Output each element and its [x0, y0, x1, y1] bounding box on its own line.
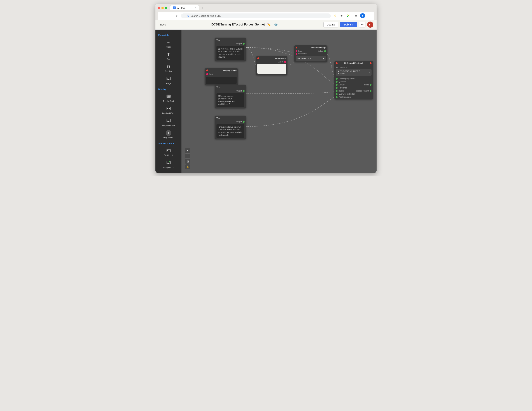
ai-feedback-right-port[interactable]	[370, 62, 371, 64]
process-type-label: Process Type:	[334, 65, 373, 69]
minimize-button[interactable]	[161, 7, 164, 9]
display-image-input-row: Input	[205, 73, 238, 76]
user-avatar[interactable]: TT	[367, 21, 373, 28]
main-content: Essentials → Start T Text T	[155, 30, 377, 173]
text-node-3-content[interactable]: For this question, a maximum of 2 marks …	[217, 124, 244, 138]
extensions-icon[interactable]: ⚡	[332, 13, 338, 18]
sidebar-item-display-text-label: Display Text	[163, 100, 174, 102]
ai-answer-label: Answer	[339, 84, 344, 86]
zoom-in-button[interactable]: +	[185, 148, 190, 153]
ai-feedback-left-port[interactable]	[336, 62, 338, 64]
close-button[interactable]	[158, 7, 160, 9]
bookmark-icon[interactable]: ★	[339, 13, 344, 18]
tab-favicon: A	[173, 7, 176, 9]
sidebar-item-text-input[interactable]: Text input	[157, 146, 180, 158]
svg-point-11	[167, 120, 168, 121]
edit-title-button[interactable]: ✏️	[266, 22, 272, 27]
back-button[interactable]: ‹ Back	[159, 23, 166, 26]
sidebar-item-start[interactable]: → Start	[157, 38, 180, 49]
sidebar-item-display-text[interactable]: Display Text	[157, 92, 180, 104]
canvas-area[interactable]: Text Output $$From 0625 Physics Syllabus…	[181, 30, 377, 173]
sidebar-item-image-input[interactable]: Image input	[157, 158, 180, 170]
whiteboard-left-port[interactable]	[257, 57, 259, 59]
text-icon: T	[166, 51, 171, 57]
text-node-1-content[interactable]: $$From 0625 Physics Syllabus 1.5.2, poin…	[217, 46, 244, 60]
sidebar-item-image[interactable]: Image	[157, 75, 180, 86]
ai-feedback-output-port[interactable]	[370, 90, 371, 92]
ai-feedback-dropdown[interactable]: ANTHROPIC: CLAUDE 3 SONNET ▾	[336, 69, 371, 76]
svg-text:T: T	[167, 65, 169, 68]
ai-overwrite-port[interactable]	[336, 93, 338, 95]
text-node-2-content[interactable]: $$Solution moment $=\mathbf{Fe}=10 \math…	[217, 93, 244, 107]
ai-add-port[interactable]	[336, 96, 338, 98]
describe-image-node[interactable]: Describe Image Input Output	[294, 45, 327, 62]
more-options-button[interactable]: •••	[359, 22, 365, 28]
menu-icon[interactable]: ⋮	[367, 13, 371, 18]
zoom-fit-button[interactable]: ⊡	[185, 159, 190, 164]
ai-reference-port[interactable]	[336, 87, 338, 89]
text-node-1-output: Output	[215, 42, 246, 45]
tab-close-button[interactable]: ✕	[195, 7, 197, 9]
ai-rubric-port[interactable]	[336, 90, 338, 92]
display-image-title: Display Image	[223, 69, 237, 71]
maximize-button[interactable]	[165, 7, 167, 9]
describe-image-dropdown-arrow: ▾	[323, 57, 324, 60]
text-node-1[interactable]: Text Output $$From 0625 Physics Syllabus…	[215, 38, 246, 61]
sidebar-item-image-input-label: Image input	[163, 166, 174, 169]
reload-button[interactable]: ↻	[174, 13, 179, 18]
zoom-out-button[interactable]: −	[185, 153, 190, 158]
forward-nav-button[interactable]: →	[167, 13, 172, 18]
essentials-section-label: Essentials	[155, 32, 181, 37]
ai-feedback-node[interactable]: AI General Feedback Process Type: ANTHRO…	[334, 61, 373, 99]
text-node-3-body: For this question, a maximum of 2 marks …	[215, 123, 246, 139]
sidebar-item-text-input-label: Text input	[164, 154, 173, 156]
publish-button[interactable]: Publish	[340, 22, 357, 27]
ai-learning-objectives-port[interactable]	[336, 78, 338, 80]
display-image-node[interactable]: Display Image Input	[205, 68, 238, 85]
ai-question-port[interactable]	[336, 81, 338, 83]
ai-reference-label: Reference	[339, 87, 347, 89]
page-title: IGCSE Turning Effect of Forces_Sonnet	[211, 23, 265, 26]
describe-image-title: Describe Image	[311, 47, 326, 49]
sidebar-item-play-sound[interactable]: Play Sound	[157, 129, 180, 140]
describe-image-left-port[interactable]	[296, 47, 297, 48]
text-node-1-output-port[interactable]	[243, 43, 245, 45]
sidebar-item-text-join-label: Text Join	[165, 70, 172, 72]
ai-answer-port[interactable]	[336, 84, 338, 86]
new-tab-button[interactable]: +	[200, 5, 205, 10]
back-nav-button[interactable]: ←	[161, 13, 165, 18]
puzzle-icon[interactable]: 🧩	[345, 13, 351, 18]
describe-image-input-port[interactable]	[296, 50, 297, 52]
describe-image-output-port[interactable]	[324, 50, 326, 52]
display-image-input-port[interactable]	[206, 73, 208, 75]
whiteboard-node[interactable]: Whiteboard Output	[256, 56, 287, 75]
sidebar-item-display-html[interactable]: Display HTML	[157, 104, 180, 116]
sidebar-icon[interactable]: ▤	[354, 13, 359, 18]
text-node-2[interactable]: Text Output $$Solution moment $=\mathbf{…	[215, 85, 246, 108]
sidebar-item-display-image[interactable]: Display Image	[157, 116, 180, 128]
text-input-icon	[166, 148, 171, 153]
update-button[interactable]: Update	[323, 22, 338, 28]
describe-image-dropdown[interactable]: MATHPIX OCR ▾	[296, 56, 326, 61]
zoom-lock-button[interactable]: 🔒	[185, 164, 190, 169]
profile-avatar[interactable]: T	[360, 13, 365, 18]
ai-port-reference: Reference	[334, 86, 373, 89]
sidebar-item-text-join[interactable]: T Text Join	[157, 62, 180, 74]
browser-tab[interactable]: A Ai Flow ✕	[170, 5, 199, 10]
text-node-3[interactable]: Text Output For this question, a maximum…	[215, 116, 246, 139]
start-icon: →	[166, 39, 171, 45]
describe-image-ref-port[interactable]	[296, 53, 297, 55]
students-input-section-label: Student's input	[155, 141, 181, 145]
sidebar-item-play-sound-label: Play Sound	[163, 137, 173, 139]
url-bar[interactable]: G Search Google or type a URL	[181, 13, 331, 18]
sidebar-item-text[interactable]: T Text	[157, 50, 180, 62]
output-label: Output	[236, 43, 242, 45]
whiteboard-output-port[interactable]	[284, 61, 286, 63]
text-node-2-output-port[interactable]	[243, 90, 245, 92]
title-area: IGCSE Turning Effect of Forces_Sonnet ✏️…	[168, 22, 321, 27]
display-image-left-port[interactable]	[206, 69, 208, 71]
google-icon: G	[187, 15, 189, 17]
ai-score-port[interactable]	[370, 84, 371, 86]
settings-button[interactable]: ⚙️	[273, 22, 278, 27]
text-node-3-output-port[interactable]	[243, 121, 245, 123]
